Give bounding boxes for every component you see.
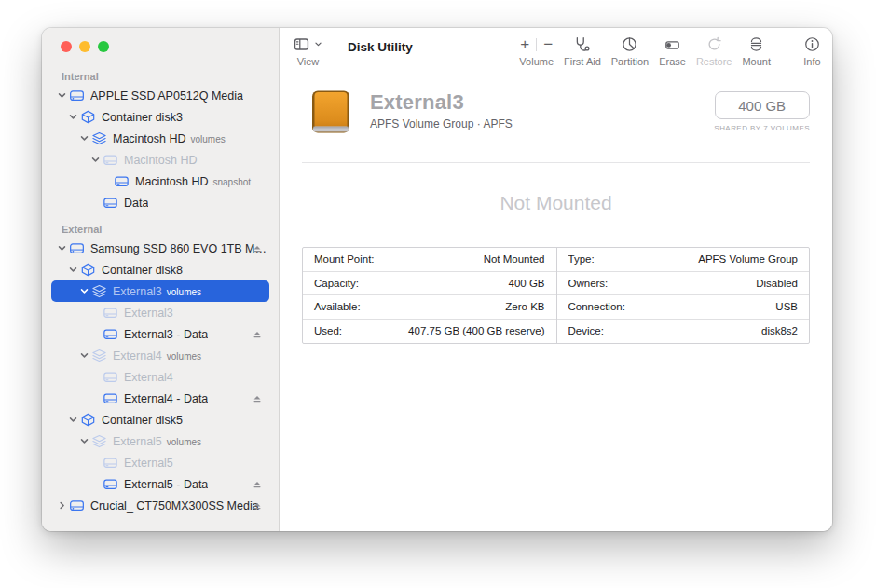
eject-icon[interactable] (252, 329, 263, 340)
chevron-glyph (67, 111, 79, 123)
icon-glyph (69, 499, 85, 513)
disk-icon (69, 499, 85, 513)
erase-button[interactable]: Erase (659, 35, 686, 67)
chevron-down-icon[interactable] (77, 434, 91, 448)
volume-icon (103, 477, 118, 492)
volume-size-caption: SHARED BY 7 VOLUMES (714, 124, 810, 132)
sidebar-item-external4[interactable]: External4 (51, 366, 269, 388)
sidebar-item-macintosh-hd-snapshot[interactable]: Macintosh HDsnapshot (51, 171, 269, 192)
info-button-label: Info (803, 56, 820, 67)
first-aid-button[interactable]: First Aid (564, 35, 601, 67)
sidebar-item-container-disk3[interactable]: Container disk3 (51, 106, 269, 128)
icon-glyph (91, 434, 107, 448)
icon-glyph (91, 284, 107, 298)
sidebar-item-label: Crucial_ CT750MX300SS Media (90, 499, 259, 513)
section-label: External (62, 224, 279, 235)
sidebar-item-label: External5 (124, 457, 173, 470)
chevron-down-icon[interactable] (66, 413, 80, 427)
window-title: Disk Utility (348, 40, 413, 54)
chevron-spacer (89, 196, 103, 210)
sidebar-item-external3-volumes[interactable]: External3volumes (51, 280, 269, 302)
sidebar-item-samsung-ssd-860-evo-1tb-me[interactable]: Samsung SSD 860 EVO 1TB Me… (51, 238, 269, 259)
icon-glyph (103, 370, 118, 384)
sidebar-item-external3-data[interactable]: External3 - Data (51, 323, 269, 345)
content-divider (302, 162, 810, 163)
layers-icon (91, 131, 107, 146)
eject-icon[interactable] (252, 500, 263, 512)
zoom-window-button[interactable] (98, 41, 109, 52)
chevron-glyph (78, 349, 90, 362)
info-button[interactable]: Info (803, 35, 821, 67)
sidebar-item-data[interactable]: Data (51, 192, 269, 213)
icon-glyph (69, 241, 85, 255)
sidebar-item-label: External4 (124, 371, 173, 384)
sidebar-item-label: External3 - Data (124, 328, 208, 341)
eject-glyph (252, 329, 263, 340)
chevron-down-icon[interactable] (55, 89, 69, 103)
sidebar-item-container-disk5[interactable]: Container disk5 (51, 409, 269, 431)
close-window-button[interactable] (61, 41, 72, 52)
layers-icon (91, 349, 107, 363)
container-icon (80, 263, 96, 278)
sidebar-item-macintosh-hd[interactable]: Macintosh HD (51, 149, 269, 171)
chevron-down-icon[interactable] (77, 284, 91, 298)
eject-icon[interactable] (252, 243, 263, 254)
sidebar-item-label: External5 (113, 435, 162, 448)
sidebar-item-container-disk8[interactable]: Container disk8 (51, 259, 269, 280)
icon-glyph (103, 391, 118, 405)
icon-glyph (114, 174, 130, 188)
sidebar-item-external5-data[interactable]: External5 - Data (51, 473, 269, 495)
info-row-connection: Connection:USB (557, 295, 810, 320)
restore-icon (705, 35, 723, 53)
chevron-down-icon[interactable] (89, 153, 103, 167)
chevron-down-icon[interactable] (66, 263, 80, 277)
sidebar-item-label: APPLE SSD AP0512Q Media (90, 89, 243, 103)
sidebar-item-label: External4 - Data (124, 392, 208, 405)
chevron-spacer (89, 306, 103, 320)
chevron-right-icon[interactable] (55, 499, 69, 513)
info-label: Owners: (568, 278, 609, 289)
minimize-window-button[interactable] (79, 41, 90, 52)
sidebar-item-crucial-ct750mx300ss-media[interactable]: Crucial_ CT750MX300SS Media (51, 495, 269, 516)
sidebar-item-label: Data (124, 197, 148, 210)
info-value: USB (775, 301, 798, 312)
remove-volume-button[interactable]: − (543, 36, 553, 52)
disk-utility-window: InternalAPPLE SSD AP0512Q MediaContainer… (42, 28, 832, 531)
sidebar-item-apple-ssd-ap0512q-media[interactable]: APPLE SSD AP0512Q Media (51, 85, 269, 106)
info-row-capacity: Capacity:400 GB (303, 272, 556, 296)
sidebar-item-label: External3 (124, 307, 173, 320)
eject-icon[interactable] (252, 393, 263, 404)
volume-icon (103, 153, 118, 168)
view-button[interactable]: View (293, 35, 323, 67)
add-volume-button[interactable]: + (520, 36, 529, 52)
chevron-down-icon[interactable] (66, 110, 80, 124)
chevron-down-icon[interactable] (55, 241, 69, 255)
chevron-glyph (56, 242, 68, 254)
sidebar-section-external: ExternalSamsung SSD 860 EVO 1TB Me…Conta… (42, 224, 279, 516)
mount-button[interactable]: Mount (742, 35, 771, 67)
toolbar-button-label: First Aid (564, 56, 601, 67)
container-icon (80, 413, 96, 428)
icon-glyph (80, 413, 96, 427)
info-label: Type: (568, 253, 595, 265)
chevron-down-icon[interactable] (77, 349, 91, 362)
volume-icon (103, 327, 118, 342)
info-label: Mount Point: (314, 253, 375, 265)
sidebar-item-macintosh-hd-volumes[interactable]: Macintosh HDvolumes (51, 128, 269, 149)
icon-glyph (103, 306, 118, 320)
partition-button[interactable]: Partition (611, 35, 649, 67)
toolbar-actions: + − Volume First AidPartitionEraseRestor… (519, 35, 821, 67)
chevron-down-icon[interactable] (77, 131, 91, 145)
sidebar-item-label: Samsung SSD 860 EVO 1TB Me… (90, 242, 269, 255)
info-row-type: Type:APFS Volume Group (557, 248, 810, 272)
sidebar-item-external4-data[interactable]: External4 - Data (51, 388, 269, 409)
info-value: APFS Volume Group (698, 253, 798, 265)
eject-icon[interactable] (252, 479, 263, 490)
volume-icon (103, 196, 118, 211)
info-table-left-column: Mount Point:Not MountedCapacity:400 GBAv… (303, 248, 556, 343)
icon-glyph (80, 110, 96, 124)
sidebar-item-external4-volumes[interactable]: External4volumes (51, 345, 269, 366)
sidebar-item-external3[interactable]: External3 (51, 302, 269, 323)
sidebar-item-external5-volumes[interactable]: External5volumes (51, 431, 269, 452)
sidebar-item-external5[interactable]: External5 (51, 452, 269, 473)
